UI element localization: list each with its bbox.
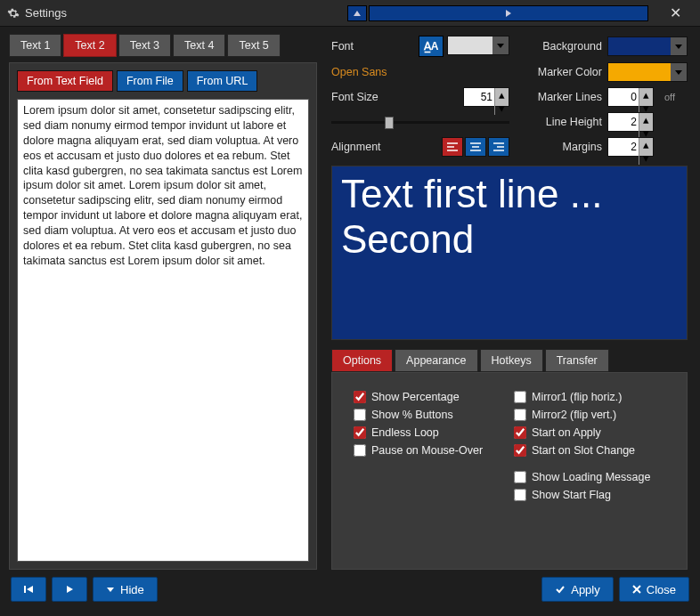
- svg-marker-0: [354, 11, 361, 16]
- svg-marker-3: [675, 45, 682, 49]
- alignment-label: Alignment: [331, 141, 411, 153]
- close-icon: [632, 585, 641, 594]
- svg-marker-2: [497, 44, 504, 48]
- tab-hotkeys[interactable]: Hotkeys: [480, 349, 543, 372]
- from-text-field-button[interactable]: From Text Field: [17, 70, 113, 92]
- line-height-label: Line Height: [509, 116, 607, 128]
- title-bar: Settings ✕: [0, 0, 700, 27]
- options-tabs: Options Appearance Hotkeys Transfer: [331, 349, 688, 372]
- marker-lines-stepper[interactable]: ▴▾: [607, 87, 654, 107]
- tab-text-2[interactable]: Text 2: [63, 34, 116, 57]
- step-up-icon[interactable]: ▴: [639, 138, 653, 151]
- hide-button[interactable]: Hide: [93, 577, 158, 602]
- check-endless-loop[interactable]: Endless Loop: [354, 426, 505, 439]
- check-mirror1[interactable]: Mirror1 (flip horiz.): [514, 391, 665, 403]
- svg-marker-1: [506, 10, 511, 17]
- footer: Hide Apply Close: [0, 570, 700, 609]
- chevron-down-icon: [106, 585, 115, 594]
- check-show-loading[interactable]: Show Loading Message: [514, 471, 665, 483]
- tab-text-4[interactable]: Text 4: [173, 34, 225, 57]
- svg-marker-17: [107, 588, 114, 592]
- marker-lines-state: off: [661, 92, 688, 102]
- marker-color-select[interactable]: [607, 62, 688, 82]
- selected-font-name: Open Sans: [331, 66, 509, 78]
- check-show-percentage[interactable]: Show Percentage: [354, 391, 505, 403]
- margins-label: Margins: [509, 141, 607, 153]
- skip-back-button[interactable]: [11, 577, 46, 602]
- align-left-button[interactable]: [442, 137, 463, 157]
- tab-text-3[interactable]: Text 3: [118, 34, 171, 57]
- step-up-icon[interactable]: ▴: [639, 88, 653, 101]
- gear-icon: [7, 7, 20, 20]
- check-mirror2[interactable]: Mirror2 (flip vert.): [514, 409, 665, 421]
- check-show-pct-buttons[interactable]: Show % Buttons: [354, 409, 505, 421]
- step-down-icon[interactable]: ▾: [639, 151, 653, 165]
- from-url-button[interactable]: From URL: [187, 70, 258, 92]
- background-color-select[interactable]: [607, 36, 688, 56]
- tab-transfer[interactable]: Transfer: [545, 349, 609, 372]
- tab-text-1[interactable]: Text 1: [9, 34, 61, 57]
- line-height-stepper[interactable]: ▴▾: [607, 112, 654, 132]
- arrow-right-icon[interactable]: [369, 5, 649, 21]
- font-label: Font: [331, 40, 411, 53]
- text-preview: Text first line ... Second: [331, 166, 688, 340]
- step-down-icon[interactable]: ▾: [494, 101, 509, 115]
- align-right-button[interactable]: [488, 137, 509, 157]
- check-start-slot[interactable]: Start on Slot Change: [514, 444, 665, 457]
- tab-appearance[interactable]: Appearance: [395, 349, 477, 372]
- arrow-up-icon[interactable]: [347, 5, 367, 21]
- tab-options[interactable]: Options: [331, 349, 393, 372]
- font-size-stepper[interactable]: ▴▾: [463, 87, 509, 107]
- text-input[interactable]: [17, 99, 309, 562]
- margins-stepper[interactable]: ▴▾: [607, 137, 654, 157]
- close-button[interactable]: Close: [619, 577, 689, 602]
- chevron-down-icon: [671, 37, 687, 55]
- window-close-button[interactable]: ✕: [657, 0, 693, 27]
- marker-color-label: Marker Color: [509, 66, 607, 78]
- background-label: Background: [509, 40, 607, 53]
- check-pause-hover[interactable]: Pause on Mouse-Over: [354, 444, 505, 457]
- text-tabs: Text 1 Text 2 Text 3 Text 4 Text 5: [9, 34, 317, 57]
- font-size-slider[interactable]: [331, 115, 509, 129]
- play-button[interactable]: [52, 577, 87, 602]
- check-icon: [555, 584, 566, 595]
- check-show-flag[interactable]: Show Start Flag: [514, 489, 665, 501]
- chevron-down-icon: [492, 36, 509, 54]
- font-select[interactable]: [447, 36, 509, 55]
- svg-marker-16: [67, 586, 73, 593]
- tab-text-5[interactable]: Text 5: [227, 34, 280, 57]
- svg-marker-15: [27, 586, 33, 593]
- step-up-icon[interactable]: ▴: [494, 88, 509, 101]
- svg-rect-14: [24, 586, 26, 593]
- from-file-button[interactable]: From File: [117, 70, 183, 92]
- align-center-button[interactable]: [465, 137, 486, 157]
- options-panel: Show Percentage Show % Buttons Endless L…: [331, 372, 688, 570]
- font-style-icon[interactable]: A̲A: [419, 36, 444, 57]
- apply-button[interactable]: Apply: [541, 577, 614, 602]
- chevron-down-icon: [671, 63, 687, 81]
- step-up-icon[interactable]: ▴: [639, 113, 653, 126]
- svg-marker-4: [675, 70, 682, 75]
- check-start-apply[interactable]: Start on Apply: [514, 426, 665, 439]
- window-title: Settings: [25, 6, 67, 20]
- font-size-label: Font Size: [331, 91, 411, 103]
- marker-lines-label: Marker Lines: [509, 91, 607, 103]
